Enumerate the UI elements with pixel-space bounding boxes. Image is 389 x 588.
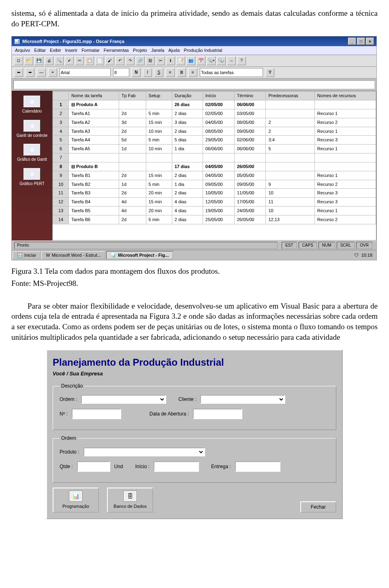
cell[interactable]: 4d: [119, 207, 146, 215]
preview-icon[interactable]: 🔍: [55, 56, 64, 65]
cell[interactable]: 5 min: [146, 136, 172, 145]
cell[interactable]: [203, 153, 234, 162]
cell[interactable]: 5: [53, 136, 69, 145]
cliente-select[interactable]: [200, 395, 285, 404]
print-icon[interactable]: 🖨: [45, 56, 53, 65]
view-item[interactable]: ▦Gráfico de Gantt: [12, 141, 52, 164]
view-item[interactable]: ▦Gantt de controle: [12, 117, 52, 140]
cell[interactable]: [234, 153, 266, 162]
cell[interactable]: 4d: [119, 198, 146, 207]
table-row[interactable]: 11 Tarefa B32d20 min2 dias10/05/0011/05/…: [53, 189, 376, 198]
column-header[interactable]: Setup: [146, 92, 172, 100]
cell[interactable]: [314, 162, 376, 171]
cell[interactable]: 10 min: [146, 127, 172, 136]
cell[interactable]: 06/06/00: [234, 145, 266, 153]
cell[interactable]: 2d: [119, 215, 146, 224]
column-header[interactable]: Duração: [172, 92, 203, 100]
cell[interactable]: Recurso 3: [314, 136, 376, 145]
cell[interactable]: Tarefa A3: [69, 127, 119, 136]
italic-icon[interactable]: I: [143, 68, 152, 77]
cell[interactable]: 2d: [119, 171, 146, 180]
cell[interactable]: 02/06/00: [234, 136, 266, 145]
cell[interactable]: [266, 153, 314, 162]
qtde-input[interactable]: [77, 461, 110, 472]
data-abertura-input[interactable]: [193, 409, 242, 419]
cell[interactable]: 5d: [119, 136, 146, 145]
cell[interactable]: Tarefa B1: [69, 171, 119, 180]
align-right-icon[interactable]: ≡: [188, 68, 197, 77]
menu-inserir[interactable]: Inserir: [65, 47, 78, 53]
cell[interactable]: [119, 100, 146, 109]
cell[interactable]: 17/05/00: [234, 198, 266, 207]
cell[interactable]: 7: [53, 153, 69, 162]
menu-produção industrial[interactable]: Produção Industrial: [184, 47, 222, 53]
cell[interactable]: 26 dias: [172, 100, 203, 109]
cell[interactable]: 10/05/00: [203, 189, 234, 198]
column-header[interactable]: Nome da tarefa: [69, 92, 119, 100]
cell[interactable]: 04/05/00: [203, 118, 234, 127]
table-row[interactable]: 1⊟ Produto A26 dias02/05/0006/06/00: [53, 100, 376, 109]
cell[interactable]: [119, 162, 146, 171]
column-header[interactable]: Nomes de recursos: [314, 92, 376, 100]
cell[interactable]: [314, 100, 376, 109]
table-row[interactable]: 12 Tarefa B44d15 min4 dias12/05/0017/05/…: [53, 198, 376, 207]
cell[interactable]: 08/05/00: [234, 118, 266, 127]
underline-icon[interactable]: S: [154, 68, 163, 77]
align-center-icon[interactable]: ≣: [177, 68, 186, 77]
cell[interactable]: 09/05/00: [203, 180, 234, 189]
cell[interactable]: 13: [53, 207, 69, 215]
hide-icon[interactable]: +: [48, 68, 57, 77]
taskbar-project[interactable]: 📊Microsoft Project - Fig...: [106, 251, 173, 260]
column-header[interactable]: Início: [203, 92, 234, 100]
table-row[interactable]: 7: [53, 153, 376, 162]
paste-icon[interactable]: 📄: [95, 56, 104, 65]
minimize-icon[interactable]: _: [348, 38, 356, 45]
cell[interactable]: 2 dias: [172, 127, 203, 136]
cell[interactable]: Recurso 3: [314, 198, 376, 207]
assign-icon[interactable]: 👥: [186, 56, 195, 65]
table-row[interactable]: 10 Tarefa B21d5 min1 dia09/05/0009/05/00…: [53, 180, 376, 189]
cell[interactable]: 4 dias: [172, 198, 203, 207]
cell[interactable]: [266, 100, 314, 109]
programacao-button[interactable]: 📊 Programação: [53, 488, 99, 513]
view-item[interactable]: ▦Gráfico PERT: [12, 166, 52, 188]
menu-janela[interactable]: Janela: [151, 47, 164, 53]
cell[interactable]: Tarefa B3: [69, 189, 119, 198]
cell[interactable]: 17 dias: [172, 162, 203, 171]
cell[interactable]: 15 min: [146, 198, 172, 207]
copy-icon[interactable]: 📋: [85, 56, 94, 65]
menu-formatar[interactable]: Formatar: [81, 47, 100, 53]
save-icon[interactable]: 💾: [34, 56, 43, 65]
menu-arquivo[interactable]: Arquivo: [15, 47, 30, 53]
cell[interactable]: 2d: [119, 109, 146, 118]
cell[interactable]: Recurso 2: [314, 118, 376, 127]
cell[interactable]: Recurso 2: [314, 215, 376, 224]
cell[interactable]: Tarefa B5: [69, 207, 119, 215]
column-header[interactable]: Predecessoras: [266, 92, 314, 100]
cell[interactable]: [146, 153, 172, 162]
cell[interactable]: 1d: [119, 180, 146, 189]
cell[interactable]: 2 dias: [172, 171, 203, 180]
cell[interactable]: 3;4: [266, 136, 314, 145]
cell[interactable]: 5 dias: [172, 136, 203, 145]
cell[interactable]: 03/05/00: [234, 109, 266, 118]
cell[interactable]: 05/05/00: [234, 171, 266, 180]
menu-ajuda[interactable]: Ajuda: [168, 47, 180, 53]
view-item[interactable]: ▦Calendário: [12, 93, 52, 116]
cell[interactable]: Recurso 3: [314, 189, 376, 198]
new-icon[interactable]: 🗋: [14, 56, 23, 65]
column-header[interactable]: Término: [234, 92, 266, 100]
cell[interactable]: 29/05/00: [203, 136, 234, 145]
cell[interactable]: 2d: [119, 189, 146, 198]
cell[interactable]: [266, 171, 314, 180]
goto-icon[interactable]: 📅: [197, 56, 205, 65]
table-row[interactable]: 5 Tarefa A45d5 min5 dias29/05/0002/06/00…: [53, 136, 376, 145]
cell[interactable]: 20 min: [146, 207, 172, 215]
table-row[interactable]: 8⊟ Produto B17 dias04/05/0026/05/00: [53, 162, 376, 171]
cell[interactable]: 12/05/00: [203, 198, 234, 207]
cell[interactable]: Recurso 1: [314, 127, 376, 136]
cell[interactable]: 06/06/00: [203, 145, 234, 153]
cell[interactable]: 3d: [119, 118, 146, 127]
cell[interactable]: 6: [53, 145, 69, 153]
inicio-input[interactable]: [154, 461, 199, 472]
